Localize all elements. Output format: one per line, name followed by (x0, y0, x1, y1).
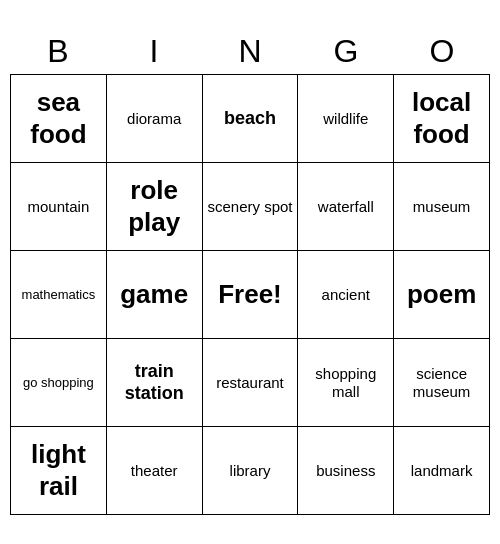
bingo-cell: sea food (11, 75, 107, 163)
cell-text: wildlife (323, 110, 368, 128)
bingo-cell: game (107, 251, 203, 339)
bingo-cell: scenery spot (203, 163, 299, 251)
bingo-cell: wildlife (298, 75, 394, 163)
bingo-cell: theater (107, 427, 203, 515)
bingo-cell: mathematics (11, 251, 107, 339)
bingo-grid: sea fooddioramabeachwildlifelocal foodmo… (10, 74, 490, 515)
header-letter: O (394, 29, 490, 74)
cell-text: go shopping (23, 375, 94, 391)
bingo-cell: restaurant (203, 339, 299, 427)
bingo-cell: science museum (394, 339, 490, 427)
cell-text: light rail (15, 439, 102, 501)
cell-text: waterfall (318, 198, 374, 216)
cell-text: train station (111, 361, 198, 404)
bingo-cell: business (298, 427, 394, 515)
header-letter: G (298, 29, 394, 74)
cell-text: poem (407, 279, 476, 310)
bingo-cell: diorama (107, 75, 203, 163)
cell-text: mountain (28, 198, 90, 216)
bingo-cell: beach (203, 75, 299, 163)
cell-text: beach (224, 108, 276, 130)
bingo-cell: ancient (298, 251, 394, 339)
cell-text: library (230, 462, 271, 480)
bingo-cell: role play (107, 163, 203, 251)
cell-text: Free! (218, 279, 282, 310)
cell-text: ancient (322, 286, 370, 304)
cell-text: science museum (398, 365, 485, 401)
bingo-cell: landmark (394, 427, 490, 515)
cell-text: role play (111, 175, 198, 237)
bingo-cell: library (203, 427, 299, 515)
bingo-cell: light rail (11, 427, 107, 515)
bingo-cell: museum (394, 163, 490, 251)
bingo-cell: Free! (203, 251, 299, 339)
cell-text: restaurant (216, 374, 284, 392)
cell-text: sea food (15, 87, 102, 149)
cell-text: diorama (127, 110, 181, 128)
bingo-cell: shopping mall (298, 339, 394, 427)
cell-text: theater (131, 462, 178, 480)
cell-text: museum (413, 198, 471, 216)
cell-text: business (316, 462, 375, 480)
bingo-cell: train station (107, 339, 203, 427)
header-letter: I (106, 29, 202, 74)
cell-text: landmark (411, 462, 473, 480)
cell-text: scenery spot (207, 198, 292, 216)
bingo-header: BINGO (10, 29, 490, 74)
bingo-cell: local food (394, 75, 490, 163)
cell-text: shopping mall (302, 365, 389, 401)
bingo-cell: mountain (11, 163, 107, 251)
bingo-cell: waterfall (298, 163, 394, 251)
cell-text: game (120, 279, 188, 310)
cell-text: local food (398, 87, 485, 149)
cell-text: mathematics (22, 287, 96, 303)
bingo-card: BINGO sea fooddioramabeachwildlifelocal … (10, 29, 490, 515)
header-letter: N (202, 29, 298, 74)
bingo-cell: go shopping (11, 339, 107, 427)
header-letter: B (10, 29, 106, 74)
bingo-cell: poem (394, 251, 490, 339)
